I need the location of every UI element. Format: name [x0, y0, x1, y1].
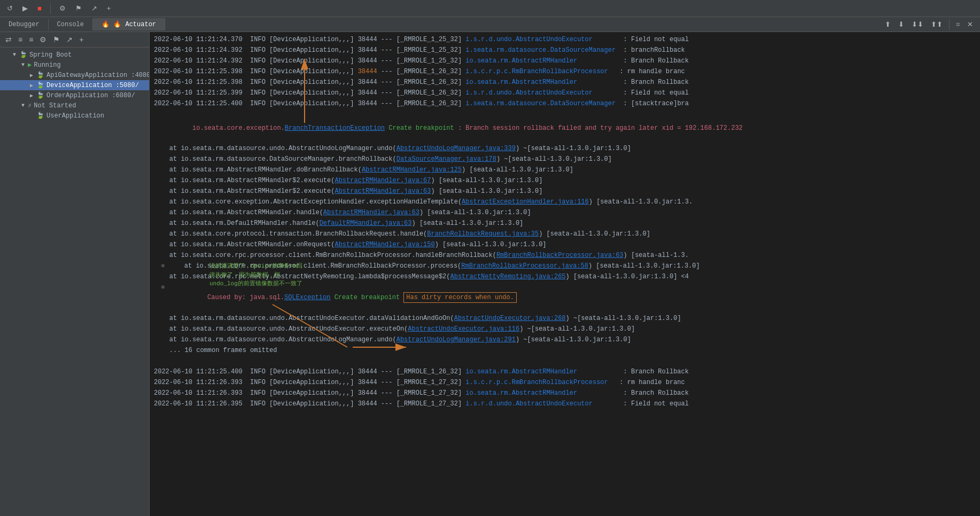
stack-link[interactable]: DefaultRMHandler.java:63: [320, 220, 412, 227]
log-line: 2022-06-10 11:21:25.400 INFO [DeviceAppl…: [150, 366, 980, 377]
expand-icon[interactable]: ▼: [21, 103, 28, 108]
expand-icon[interactable]: ▶: [30, 72, 36, 79]
log-line: 2022-06-10 11:21:25.399 INFO [DeviceAppl…: [150, 88, 980, 98]
expand-icon[interactable]: ▶: [30, 92, 36, 99]
tree-label-running: Running: [34, 61, 60, 69]
tab-actuator-label: 🔥 🔥 Actuator: [102, 21, 156, 28]
scroll-down-icon[interactable]: ⬇: [896, 19, 907, 30]
tree-item-spring-boot[interactable]: ▼ 🍃 Spring Boot: [0, 50, 149, 60]
stack-link[interactable]: AbstractRMHandler.java:63: [335, 187, 431, 195]
sidebar-btn-collapse[interactable]: ≡: [16, 34, 25, 45]
sidebar-toolbar: ⇄ ≡ ≡ ⚙ ⚑ ↗ +: [0, 32, 149, 48]
sidebar-btn-settings[interactable]: ⚙: [37, 34, 49, 45]
log-line: 2022-06-10 11:21:26.393 INFO [DeviceAppl…: [150, 388, 980, 398]
log-line: 2022-06-10 11:21:25.400 INFO [DeviceAppl…: [150, 98, 980, 109]
add-icon[interactable]: +: [104, 3, 114, 14]
rerun-icon[interactable]: ▶: [20, 3, 30, 14]
divider: [50, 3, 51, 14]
log-line: 2022-06-10 11:21:25.398 INFO [DeviceAppl…: [150, 77, 980, 88]
log-line-stack: at io.seata.rm.datasource.undo.AbstractU…: [150, 334, 980, 345]
tree-item-running[interactable]: ▼ ▶ Running: [0, 60, 149, 70]
stop-icon[interactable]: ■: [35, 3, 44, 14]
tree-label-spring-boot: Spring Boot: [29, 51, 72, 59]
tree-label-device-app: DeviceApplication :5080/: [46, 82, 139, 89]
tab-debugger-label: Debugger: [9, 21, 40, 28]
tree-item-device-app[interactable]: ▶ 🍃 DeviceApplication :5080/: [0, 80, 149, 90]
clear-icon[interactable]: ✕: [965, 19, 976, 30]
exception-link[interactable]: BranchTransactionException: [285, 124, 385, 132]
restart-icon[interactable]: ↺: [4, 3, 15, 14]
log-line: 2022-06-10 11:21:24.370 INFO [DeviceAppl…: [150, 34, 980, 45]
stack-link[interactable]: RmBranchRollbackProcessor.java:63: [496, 252, 624, 259]
tree-item-order-app[interactable]: ▶ 🍃 OrderApplication :6080/: [0, 90, 149, 100]
log-line-stack: at io.seata.rm.AbstractRMHandler.onReque…: [150, 239, 980, 250]
expand-icon[interactable]: ▼: [13, 52, 19, 58]
stack-link[interactable]: AbstractRMHandler.java:67: [335, 177, 431, 184]
filter-icon[interactable]: ⚑: [73, 3, 84, 14]
tree-label-api-gateway: ApiGatewayApplication :4080/: [46, 72, 149, 79]
tree-label-order-app: OrderApplication :6080/: [46, 92, 135, 99]
stack-link[interactable]: AbstractUndoExecutor.java:268: [454, 315, 566, 322]
stack-link[interactable]: AbstractRMHandler.java:125: [362, 166, 462, 174]
tree-label-user-app: UserApplication: [46, 112, 104, 120]
log-line-stack: at io.seata.rm.datasource.undo.AbstractU…: [150, 143, 980, 154]
log-line-stack: at io.seata.rm.AbstractRMHandler.handle(…: [150, 207, 980, 218]
sidebar-btn-deploy[interactable]: ↗: [64, 34, 75, 45]
log-line-exception: io.seata.core.exception.BranchTransactio…: [150, 113, 980, 143]
console-area: 2022-06-10 11:21:24.370 INFO [DeviceAppl…: [150, 32, 980, 516]
not-started-icon: ✗: [28, 101, 32, 110]
tree-item-api-gateway[interactable]: ▶ 🍃 ApiGatewayApplication :4080/: [0, 70, 149, 80]
tree-item-user-app[interactable]: 🍃 UserApplication: [0, 111, 149, 121]
comment-bubble: 说的很清楚了，device的事务rm回滚失败了，因为脏数据，和undo_log的…: [209, 262, 306, 288]
log-line: 2022-06-10 11:21:24.392 INFO [DeviceAppl…: [150, 56, 980, 66]
app-icon: 🍃: [36, 71, 44, 79]
caused-link[interactable]: SQLException: [284, 294, 330, 301]
sidebar-btn-add[interactable]: +: [77, 34, 85, 45]
tree-item-not-started[interactable]: ▼ ✗ Not Started: [0, 100, 149, 111]
expand-icon[interactable]: ▼: [21, 62, 28, 68]
wrap-icon[interactable]: ⌗: [953, 19, 962, 30]
stack-link[interactable]: AbstractNettyRemoting.java:265: [450, 273, 566, 280]
stack-link[interactable]: AbstractRMHandler.java:150: [335, 241, 434, 248]
log-line-stack: at io.seata.core.protocol.transaction.Br…: [150, 229, 980, 239]
tab-debugger[interactable]: Debugger: [0, 19, 49, 30]
stack-link[interactable]: AbstractUndoLogManager.java:291: [396, 336, 516, 343]
log-line-stack: ... 16 common frames omitted: [150, 345, 980, 356]
sidebar-tree: ▼ 🍃 Spring Boot ▼ ▶ Running ▶ 🍃 ApiGatew…: [0, 48, 149, 516]
highlight-box: Has dirty records when undo.: [403, 292, 517, 303]
sidebar-btn-expand[interactable]: ≡: [27, 34, 35, 45]
app-icon: 🍃: [36, 91, 44, 99]
stack-link[interactable]: DataSourceManager.java:178: [396, 155, 496, 163]
stack-link[interactable]: RmBranchRollbackProcessor.java:58: [461, 262, 588, 270]
top-toolbar: ↺ ▶ ■ ⚙ ⚑ ↗ +: [0, 0, 980, 17]
tab-console-label: Console: [57, 21, 84, 28]
main-layout: ⇄ ≡ ≡ ⚙ ⚑ ↗ + ▼ 🍃 Spring Boot ▼ ▶ Runnin…: [0, 32, 980, 516]
stack-link[interactable]: AbstractUndoLogManager.java:339: [396, 145, 516, 152]
log-line-stack: at io.seata.rm.datasource.DataSourceMana…: [150, 154, 980, 165]
build-icon[interactable]: ⚙: [57, 3, 68, 14]
sidebar-btn-filter[interactable]: ⚑: [51, 34, 62, 45]
tree-label-not-started: Not Started: [34, 102, 76, 110]
stack-link[interactable]: BranchRollbackRequest.java:35: [427, 230, 539, 238]
log-line-stack: at io.seata.core.rpc.processor.client.Rm…: [150, 250, 980, 261]
deploy-icon[interactable]: ↗: [89, 3, 100, 14]
stack-link[interactable]: AbstractUndoExecutor.java:116: [408, 325, 519, 333]
scroll-start-icon[interactable]: ⬆⬆: [928, 19, 945, 30]
app-icon: 🍃: [36, 81, 44, 89]
sidebar: ⇄ ≡ ≡ ⚙ ⚑ ↗ + ▼ 🍃 Spring Boot ▼ ▶ Runnin…: [0, 32, 150, 516]
sidebar-btn-rerun[interactable]: ⇄: [3, 34, 14, 45]
expand-icon[interactable]: ▶: [30, 82, 36, 89]
stack-link[interactable]: AbstractRMHandler.java:63: [323, 209, 419, 216]
log-line-stack: at io.seata.rm.datasource.undo.AbstractU…: [150, 313, 980, 324]
spring-icon: 🍃: [19, 51, 27, 59]
console-content[interactable]: 2022-06-10 11:21:24.370 INFO [DeviceAppl…: [150, 32, 980, 516]
log-line-stack: at io.seata.rm.AbstractRMHandler$2.execu…: [150, 175, 980, 186]
stack-link[interactable]: AbstractExceptionHandler.java:116: [462, 198, 589, 206]
run-icon: ▶: [28, 61, 32, 69]
tab-console[interactable]: Console: [49, 19, 93, 30]
tab-actuator[interactable]: 🔥 🔥 Actuator: [93, 18, 165, 30]
scroll-up-icon[interactable]: ⬆: [882, 19, 893, 30]
log-line: 2022-06-10 11:21:26.395 INFO [DeviceAppl…: [150, 398, 980, 409]
app-icon: 🍃: [36, 112, 44, 120]
scroll-end-icon[interactable]: ⬇⬇: [909, 19, 926, 30]
